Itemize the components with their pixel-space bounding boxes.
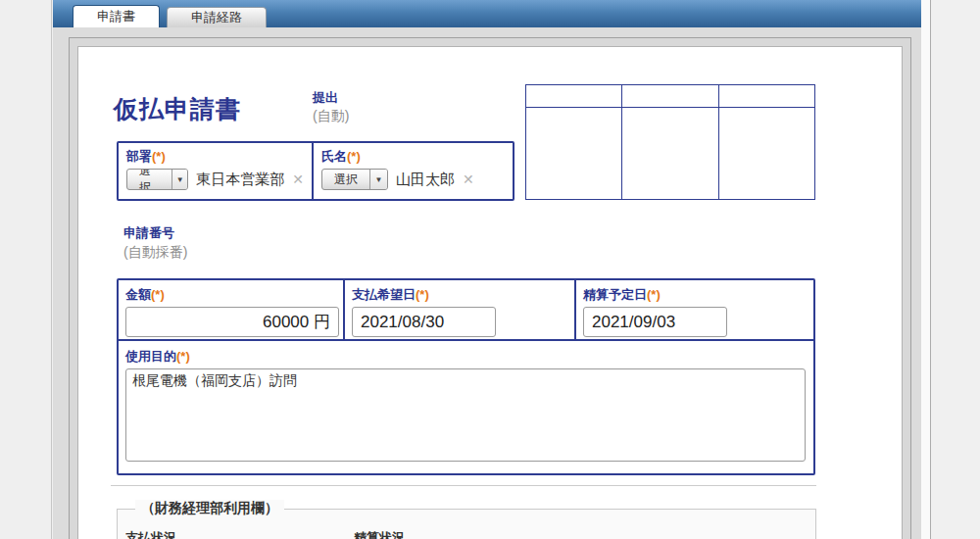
dept-field: 部署(*) 選択 ▼ 東日本営業部 ✕ — [119, 143, 314, 199]
stamp-cell — [622, 108, 718, 200]
amount-required-mark: (*) — [151, 287, 165, 302]
chevron-down-icon: ▼ — [172, 170, 187, 189]
approval-stamp-table — [525, 84, 815, 200]
tab-application-route[interactable]: 申請経路 — [167, 7, 267, 27]
dept-value: 東日本営業部 — [196, 171, 284, 189]
person-clear-icon[interactable]: ✕ — [463, 172, 474, 187]
payment-status-label: 支払状況 — [125, 529, 176, 539]
pay-date-label: 支払希望日 — [352, 287, 416, 302]
pay-date-required-mark: (*) — [416, 287, 429, 302]
settle-date-input[interactable] — [583, 307, 727, 337]
submit-label: 提出 — [313, 89, 338, 107]
page-title: 仮払申請書 — [114, 93, 241, 125]
form-page: 仮払申請書 提出 (自動) — [77, 46, 903, 539]
right-gutter — [932, 0, 980, 539]
person-value: 山田太郎 — [396, 171, 455, 189]
person-select-button[interactable]: 選択 ▼ — [321, 169, 388, 190]
settle-date-label: 精算予定日 — [583, 287, 647, 302]
stamp-cell — [526, 108, 622, 200]
pay-date-input[interactable] — [352, 307, 496, 337]
person-required-mark: (*) — [347, 149, 361, 164]
content-panel: 仮払申請書 提出 (自動) — [69, 37, 911, 539]
screen: 申請書 申請経路 仮払申請書 提出 (自動) — [0, 0, 980, 539]
pay-date-field: 支払希望日(*) — [345, 280, 576, 339]
dept-label: 部署 — [126, 149, 152, 164]
person-select-button-label: 選択 — [322, 170, 369, 189]
finance-dept-section: （財務経理部利用欄） 支払状況 精算状況 — [117, 509, 816, 539]
person-field: 氏名(*) 選択 ▼ 山田太郎 ✕ — [314, 143, 513, 199]
dept-required-mark: (*) — [152, 149, 166, 164]
left-gutter — [0, 0, 52, 539]
dept-clear-icon[interactable]: ✕ — [292, 172, 304, 187]
settlement-status-label: 精算状況 — [354, 529, 405, 539]
dept-select-button[interactable]: 選択 ▼ — [126, 169, 188, 190]
application-number-auto-note: (自動採番) — [123, 244, 187, 262]
settle-date-required-mark: (*) — [647, 287, 661, 302]
stamp-header-cell — [526, 85, 622, 108]
stamp-header-cell — [622, 85, 718, 108]
payment-detail-group: 金額(*) 支払希望日(*) 精算予定日(*) 使用目的 — [117, 278, 815, 475]
amount-label: 金額 — [125, 287, 151, 302]
tab-bar: 申請書 申請経路 — [53, 0, 921, 27]
purpose-field: 使用目的(*) 根尾電機（福岡支店）訪問 — [119, 341, 813, 471]
settle-date-field: 精算予定日(*) — [576, 280, 813, 339]
purpose-required-mark: (*) — [176, 349, 190, 364]
application-number-label: 申請番号 — [123, 224, 174, 242]
amount-input[interactable] — [125, 307, 339, 337]
tab-application-form[interactable]: 申請書 — [73, 5, 160, 27]
dept-select-button-label: 選択 — [127, 170, 172, 189]
amount-field: 金額(*) — [119, 280, 345, 339]
submit-auto-note: (自動) — [313, 108, 349, 125]
finance-dept-legend: （財務経理部利用欄） — [135, 500, 284, 517]
stamp-cell — [718, 108, 814, 200]
purpose-textarea[interactable]: 根尾電機（福岡支店）訪問 — [125, 368, 806, 462]
person-label: 氏名 — [321, 149, 347, 164]
chevron-down-icon: ▼ — [369, 170, 387, 189]
purpose-label: 使用目的 — [125, 349, 176, 364]
stamp-header-cell — [718, 85, 814, 108]
section-divider — [111, 485, 816, 486]
dept-name-group: 部署(*) 選択 ▼ 東日本営業部 ✕ 氏名(*) — [117, 141, 514, 201]
scrollbar-track[interactable] — [921, 0, 931, 539]
application-frame: 申請書 申請経路 仮払申請書 提出 (自動) — [53, 0, 921, 539]
